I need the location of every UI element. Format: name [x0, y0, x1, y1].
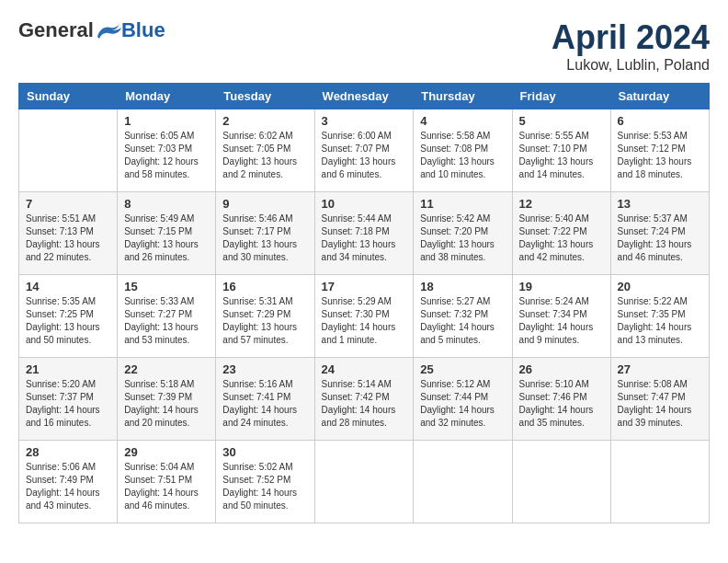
day-number: 30	[222, 445, 307, 459]
day-number: 9	[222, 197, 307, 211]
calendar-cell: 10Sunrise: 5:44 AM Sunset: 7:18 PM Dayli…	[314, 192, 414, 275]
day-info: Sunrise: 5:08 AM Sunset: 7:47 PM Dayligh…	[618, 378, 702, 430]
calendar-cell: 22Sunrise: 5:18 AM Sunset: 7:39 PM Dayli…	[118, 358, 216, 441]
header-sunday: Sunday	[19, 84, 118, 109]
day-number: 10	[322, 197, 407, 211]
logo-general-text: General	[18, 18, 94, 42]
calendar-cell: 2Sunrise: 6:02 AM Sunset: 7:05 PM Daylig…	[216, 109, 314, 192]
week-row-2: 7Sunrise: 5:51 AM Sunset: 7:13 PM Daylig…	[19, 192, 710, 275]
header-thursday: Thursday	[414, 84, 512, 109]
logo-blue-text: Blue	[121, 18, 165, 42]
day-number: 21	[26, 362, 110, 376]
calendar-cell	[610, 441, 709, 523]
day-info: Sunrise: 5:16 AM Sunset: 7:41 PM Dayligh…	[222, 378, 307, 430]
day-number: 18	[420, 280, 505, 293]
day-number: 24	[322, 362, 407, 376]
calendar-cell	[314, 441, 414, 523]
day-info: Sunrise: 5:37 AM Sunset: 7:24 PM Dayligh…	[618, 213, 702, 264]
calendar-cell: 13Sunrise: 5:37 AM Sunset: 7:24 PM Dayli…	[610, 192, 709, 275]
calendar-cell: 6Sunrise: 5:53 AM Sunset: 7:12 PM Daylig…	[610, 109, 709, 192]
calendar-cell: 9Sunrise: 5:46 AM Sunset: 7:17 PM Daylig…	[216, 192, 314, 275]
day-info: Sunrise: 5:51 AM Sunset: 7:13 PM Dayligh…	[26, 213, 110, 264]
calendar-cell: 14Sunrise: 5:35 AM Sunset: 7:25 PM Dayli…	[19, 275, 118, 358]
header-saturday: Saturday	[610, 84, 709, 109]
day-number: 12	[519, 197, 604, 211]
calendar-cell: 3Sunrise: 6:00 AM Sunset: 7:07 PM Daylig…	[314, 109, 414, 192]
day-number: 26	[519, 362, 604, 376]
day-info: Sunrise: 6:05 AM Sunset: 7:03 PM Dayligh…	[124, 130, 209, 181]
calendar-cell: 26Sunrise: 5:10 AM Sunset: 7:46 PM Dayli…	[512, 358, 610, 441]
calendar-cell	[512, 441, 610, 523]
day-info: Sunrise: 5:42 AM Sunset: 7:20 PM Dayligh…	[420, 213, 505, 264]
calendar-cell: 15Sunrise: 5:33 AM Sunset: 7:27 PM Dayli…	[118, 275, 216, 358]
calendar-table: SundayMondayTuesdayWednesdayThursdayFrid…	[18, 83, 710, 523]
day-info: Sunrise: 5:55 AM Sunset: 7:10 PM Dayligh…	[519, 130, 604, 181]
month-title: April 2024	[552, 18, 710, 57]
day-info: Sunrise: 5:02 AM Sunset: 7:52 PM Dayligh…	[222, 461, 307, 512]
day-info: Sunrise: 5:24 AM Sunset: 7:34 PM Dayligh…	[519, 295, 604, 347]
day-info: Sunrise: 5:22 AM Sunset: 7:35 PM Dayligh…	[618, 295, 702, 347]
day-info: Sunrise: 5:35 AM Sunset: 7:25 PM Dayligh…	[26, 295, 110, 347]
day-number: 22	[124, 362, 209, 376]
day-info: Sunrise: 5:12 AM Sunset: 7:44 PM Dayligh…	[420, 378, 505, 430]
week-row-4: 21Sunrise: 5:20 AM Sunset: 7:37 PM Dayli…	[19, 358, 710, 441]
day-info: Sunrise: 5:20 AM Sunset: 7:37 PM Dayligh…	[26, 378, 110, 430]
header-monday: Monday	[118, 84, 216, 109]
day-number: 2	[222, 114, 307, 128]
day-info: Sunrise: 5:58 AM Sunset: 7:08 PM Dayligh…	[420, 130, 505, 181]
header-friday: Friday	[512, 84, 610, 109]
calendar-cell: 17Sunrise: 5:29 AM Sunset: 7:30 PM Dayli…	[314, 275, 414, 358]
logo-bird-icon	[96, 20, 121, 40]
calendar-cell	[19, 109, 118, 192]
page-header: General Blue April 2024 Lukow, Lublin, P…	[18, 18, 710, 74]
day-number: 27	[618, 362, 702, 376]
day-number: 19	[519, 280, 604, 293]
calendar-cell: 27Sunrise: 5:08 AM Sunset: 7:47 PM Dayli…	[610, 358, 709, 441]
day-number: 25	[420, 362, 505, 376]
calendar-cell: 29Sunrise: 5:04 AM Sunset: 7:51 PM Dayli…	[118, 441, 216, 523]
day-info: Sunrise: 5:33 AM Sunset: 7:27 PM Dayligh…	[124, 295, 209, 347]
day-number: 28	[26, 445, 110, 459]
day-info: Sunrise: 5:10 AM Sunset: 7:46 PM Dayligh…	[519, 378, 604, 430]
day-number: 5	[519, 114, 604, 128]
day-info: Sunrise: 5:18 AM Sunset: 7:39 PM Dayligh…	[124, 378, 209, 430]
day-info: Sunrise: 5:44 AM Sunset: 7:18 PM Dayligh…	[322, 213, 407, 264]
day-number: 15	[124, 280, 209, 293]
week-row-3: 14Sunrise: 5:35 AM Sunset: 7:25 PM Dayli…	[19, 275, 710, 358]
day-number: 17	[322, 280, 407, 293]
calendar-cell: 16Sunrise: 5:31 AM Sunset: 7:29 PM Dayli…	[216, 275, 314, 358]
day-info: Sunrise: 6:00 AM Sunset: 7:07 PM Dayligh…	[322, 130, 407, 181]
day-number: 20	[618, 280, 702, 293]
day-number: 1	[124, 114, 209, 128]
calendar-cell: 23Sunrise: 5:16 AM Sunset: 7:41 PM Dayli…	[216, 358, 314, 441]
day-info: Sunrise: 5:27 AM Sunset: 7:32 PM Dayligh…	[420, 295, 505, 347]
day-info: Sunrise: 5:06 AM Sunset: 7:49 PM Dayligh…	[26, 461, 110, 512]
day-number: 3	[322, 114, 407, 128]
title-section: April 2024 Lukow, Lublin, Poland	[552, 18, 710, 74]
header-tuesday: Tuesday	[216, 84, 314, 109]
day-info: Sunrise: 6:02 AM Sunset: 7:05 PM Dayligh…	[222, 130, 307, 181]
day-info: Sunrise: 5:40 AM Sunset: 7:22 PM Dayligh…	[519, 213, 604, 264]
day-info: Sunrise: 5:53 AM Sunset: 7:12 PM Dayligh…	[618, 130, 702, 181]
day-number: 4	[420, 114, 505, 128]
day-number: 14	[26, 280, 110, 293]
calendar-cell	[414, 441, 512, 523]
calendar-cell: 19Sunrise: 5:24 AM Sunset: 7:34 PM Dayli…	[512, 275, 610, 358]
calendar-cell: 18Sunrise: 5:27 AM Sunset: 7:32 PM Dayli…	[414, 275, 512, 358]
day-number: 7	[26, 197, 110, 211]
day-number: 29	[124, 445, 209, 459]
week-row-5: 28Sunrise: 5:06 AM Sunset: 7:49 PM Dayli…	[19, 441, 710, 523]
calendar-cell: 5Sunrise: 5:55 AM Sunset: 7:10 PM Daylig…	[512, 109, 610, 192]
calendar-cell: 8Sunrise: 5:49 AM Sunset: 7:15 PM Daylig…	[118, 192, 216, 275]
location-title: Lukow, Lublin, Poland	[552, 57, 710, 74]
calendar-cell: 24Sunrise: 5:14 AM Sunset: 7:42 PM Dayli…	[314, 358, 414, 441]
calendar-cell: 12Sunrise: 5:40 AM Sunset: 7:22 PM Dayli…	[512, 192, 610, 275]
logo: General Blue	[18, 18, 165, 42]
day-info: Sunrise: 5:46 AM Sunset: 7:17 PM Dayligh…	[222, 213, 307, 264]
day-info: Sunrise: 5:29 AM Sunset: 7:30 PM Dayligh…	[322, 295, 407, 347]
calendar-cell: 25Sunrise: 5:12 AM Sunset: 7:44 PM Dayli…	[414, 358, 512, 441]
day-info: Sunrise: 5:04 AM Sunset: 7:51 PM Dayligh…	[124, 461, 209, 512]
calendar-cell: 11Sunrise: 5:42 AM Sunset: 7:20 PM Dayli…	[414, 192, 512, 275]
calendar-cell: 1Sunrise: 6:05 AM Sunset: 7:03 PM Daylig…	[118, 109, 216, 192]
day-number: 11	[420, 197, 505, 211]
